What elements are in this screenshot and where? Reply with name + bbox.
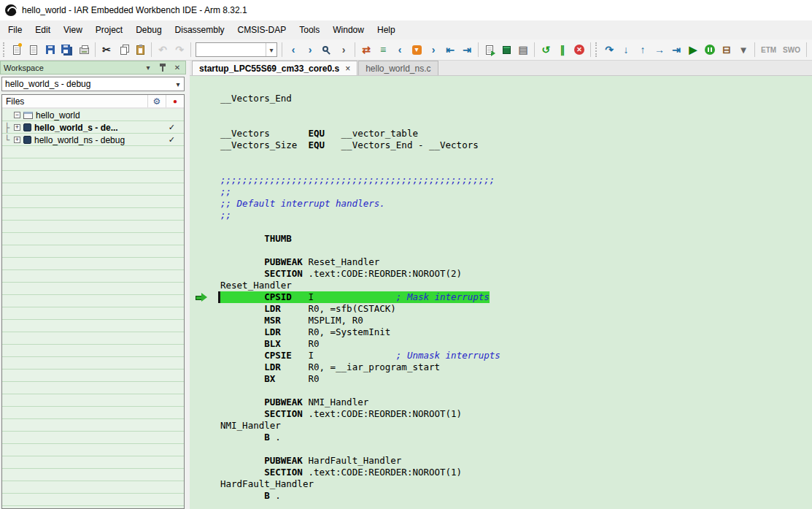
code-line[interactable]: LDR R0, =__iar_program_start	[190, 361, 812, 373]
compile-button[interactable]	[482, 42, 498, 58]
next-bookmark-button[interactable]: ›	[425, 42, 441, 58]
modified-column-header[interactable]: ●	[166, 95, 184, 107]
code-line[interactable]: __Vectors EQU __vector_table	[190, 128, 812, 139]
code-line[interactable]: B .	[190, 490, 812, 502]
tree-item-hello-world-s-de[interactable]: ├+hello_world_s - de...✓	[4, 121, 184, 134]
reset-button[interactable]: ↺	[538, 42, 554, 58]
menu-view[interactable]: View	[57, 22, 89, 38]
code-line[interactable]: MSR MSPLIM, R0	[190, 315, 812, 326]
settings-column-header[interactable]: ⚙	[148, 95, 166, 107]
navigate-forward-button[interactable]: ›	[302, 42, 318, 58]
find-button[interactable]	[319, 42, 335, 58]
code-line[interactable]	[190, 163, 812, 175]
code-line[interactable]	[190, 221, 812, 233]
menu-debug[interactable]: Debug	[129, 22, 168, 38]
code-line[interactable]: B .	[190, 432, 812, 443]
save-all-button[interactable]	[59, 42, 75, 58]
step-out-button[interactable]: ↑	[635, 42, 651, 58]
etm-trace-button[interactable]: ETM	[758, 42, 779, 58]
tab-close-icon[interactable]: ×	[345, 64, 350, 74]
code-line[interactable]: LDR R0, =SystemInit	[190, 326, 812, 338]
files-column-header[interactable]: Files	[2, 95, 147, 107]
toggle-breakpoint-button[interactable]	[409, 42, 425, 58]
toggle-source-header-button[interactable]: ⇄	[358, 42, 374, 58]
code-line[interactable]	[190, 443, 812, 455]
stop-target-button[interactable]: ⊟	[719, 42, 735, 58]
code-line[interactable]	[190, 245, 812, 256]
code-line[interactable]: SECTION .text:CODE:REORDER:NOROOT(1)	[190, 408, 812, 420]
expand-expander[interactable]: +	[14, 137, 20, 143]
print-button[interactable]	[76, 42, 92, 58]
menu-file[interactable]: File	[1, 22, 28, 38]
code-line[interactable]: BX R0	[190, 373, 812, 385]
code-line[interactable]	[190, 151, 812, 163]
code-line[interactable]: Reset_Handler	[190, 280, 812, 291]
next-statement-button[interactable]: →	[651, 42, 668, 58]
make-button[interactable]	[498, 42, 514, 58]
menu-tools[interactable]: Tools	[293, 22, 326, 38]
code-line[interactable]	[190, 104, 812, 116]
code-line[interactable]: SECTION .text:CODE:REORDER:NOROOT(2)	[190, 268, 812, 280]
stop-build-button[interactable]: ▤	[515, 42, 531, 58]
code-line[interactable]: __Vectors_Size EQU __Vectors_End - __Vec…	[190, 139, 812, 151]
menu-project[interactable]: Project	[89, 22, 129, 38]
undo-button[interactable]: ↶	[155, 42, 171, 58]
open-document-button[interactable]	[26, 42, 42, 58]
code-line[interactable]: __Vectors_End	[190, 93, 812, 104]
code-line[interactable]: ;;	[190, 186, 812, 198]
tree-item-hello-world-ns-debug[interactable]: └+hello_world_ns - debug✓	[4, 134, 184, 146]
chevron-down-icon[interactable]: ▾	[266, 43, 277, 56]
step-into-button[interactable]: ↓	[618, 42, 634, 58]
break-button[interactable]: ∥	[554, 42, 571, 58]
menu-help[interactable]: Help	[371, 22, 402, 38]
paste-button[interactable]	[132, 42, 148, 58]
code-line[interactable]: ;;;;;;;;;;;;;;;;;;;;;;;;;;;;;;;;;;;;;;;;…	[190, 175, 812, 186]
code-line[interactable]: CPSIE I ; Unmask interrupts	[190, 350, 812, 361]
code-line[interactable]	[190, 116, 812, 128]
save-button[interactable]	[42, 42, 58, 58]
code-line[interactable]	[190, 385, 812, 397]
code-line[interactable]: LDR R0, =sfb(CSTACK)	[190, 303, 812, 315]
run-to-cursor-button[interactable]: ⇥	[668, 42, 684, 58]
code-line[interactable]: BLX R0	[190, 338, 812, 350]
collapse-expander[interactable]: −	[14, 112, 20, 118]
new-document-button[interactable]	[9, 42, 25, 58]
code-line[interactable]: NMI_Handler	[190, 420, 812, 432]
toolbar-options-button[interactable]: ▾	[735, 42, 751, 58]
stop-debugging-button[interactable]	[571, 42, 587, 58]
tree-item-hello-world[interactable]: −hello_world	[4, 109, 184, 121]
find-next-button[interactable]: ›	[336, 42, 352, 58]
go-button[interactable]: ▶	[685, 42, 701, 58]
editor[interactable]: __Vectors_End__Vectors EQU __vector_tabl…	[190, 76, 812, 509]
code-line[interactable]: SECTION .text:CODE:REORDER:NOROOT(1)	[190, 467, 812, 478]
code-line[interactable]: PUBWEAK Reset_Handler	[190, 256, 812, 268]
go-to-function-button[interactable]: ≡	[375, 42, 391, 58]
tab-hello-world-ns-c[interactable]: hello_world_ns.c	[358, 61, 438, 75]
panel-pin-button[interactable]	[158, 62, 168, 73]
tab-startup-lpc55s69-cm33-core0-s[interactable]: startup_LPC55S69_cm33_core0.s×	[192, 61, 357, 75]
code-line[interactable]: THUMB	[190, 233, 812, 245]
navigate-backward-button[interactable]: ‹	[285, 42, 301, 58]
menu-cmsis-dap[interactable]: CMSIS-DAP	[231, 22, 293, 38]
step-over-button[interactable]: ↷	[601, 42, 617, 58]
expand-expander[interactable]: +	[14, 124, 20, 131]
navigate-end-button[interactable]: ⇥	[459, 42, 475, 58]
code-line[interactable]: PUBWEAK HardFault_Handler	[190, 455, 812, 467]
swo-trace-button[interactable]: SWO	[780, 42, 803, 58]
code-line[interactable]: ;;	[190, 210, 812, 221]
code-line[interactable]: PUBWEAK NMI_Handler	[190, 397, 812, 408]
redo-button[interactable]: ↷	[171, 42, 187, 58]
panel-close-button[interactable]: ✕	[172, 62, 182, 73]
code-line[interactable]: ;; Default interrupt handlers.	[190, 198, 812, 210]
copy-button[interactable]	[115, 42, 131, 58]
cut-button[interactable]: ✂	[98, 42, 115, 58]
menu-disassembly[interactable]: Disassembly	[169, 22, 231, 38]
panel-menu-button[interactable]: ▾	[143, 62, 153, 73]
previous-bookmark-button[interactable]: ‹	[392, 42, 408, 58]
find-combo[interactable]: ▾	[196, 42, 277, 57]
menu-edit[interactable]: Edit	[28, 22, 57, 38]
code-line[interactable]: CPSID I ; Mask interrupts	[190, 291, 812, 303]
break-execution-button[interactable]	[702, 42, 718, 58]
build-config-select[interactable]: hello_world_s - debug ▾	[1, 77, 185, 91]
code-line[interactable]: HardFault_Handler	[190, 478, 812, 490]
